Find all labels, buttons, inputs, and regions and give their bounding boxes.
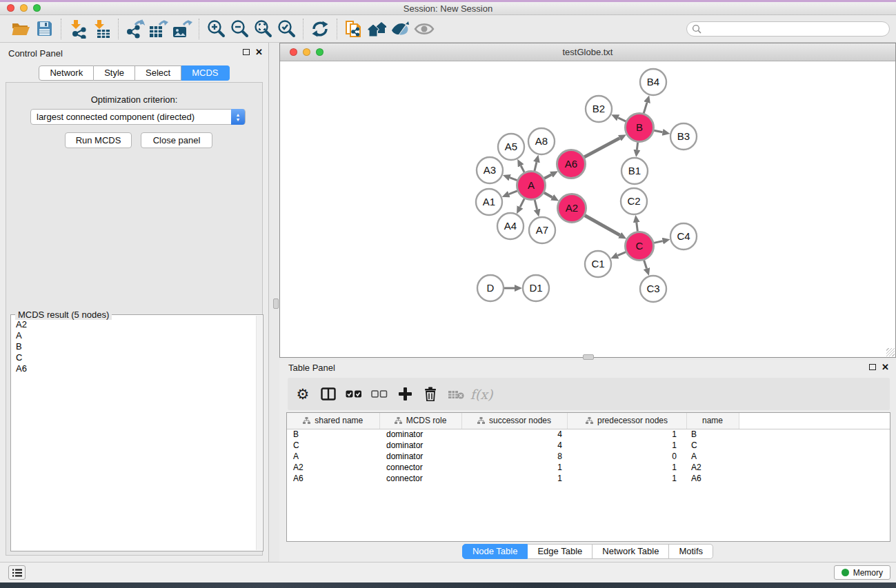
node-B3[interactable]: B3 bbox=[670, 123, 697, 150]
edge-B-B1[interactable] bbox=[637, 142, 637, 150]
result-item[interactable]: A2 bbox=[12, 319, 256, 330]
edge-B-B2[interactable] bbox=[618, 118, 626, 121]
cell[interactable]: B bbox=[287, 429, 379, 440]
node-C[interactable]: C bbox=[626, 232, 654, 261]
float-panel-icon[interactable] bbox=[243, 49, 250, 55]
close-panel-button[interactable]: Close panel bbox=[141, 132, 212, 148]
node-A5[interactable]: A5 bbox=[498, 134, 524, 160]
deselect-all-button[interactable] bbox=[368, 383, 390, 405]
horizontal-splitter-handle[interactable] bbox=[583, 354, 594, 360]
cell[interactable]: A6 bbox=[287, 473, 379, 484]
column-header-MCDS-role[interactable]: MCDS role bbox=[379, 413, 461, 429]
result-item[interactable]: A bbox=[12, 330, 256, 341]
cell[interactable]: 1 bbox=[567, 429, 686, 440]
edge-A-A1[interactable] bbox=[509, 191, 517, 194]
node-B1[interactable]: B1 bbox=[621, 158, 648, 184]
float-panel-icon[interactable] bbox=[869, 364, 876, 370]
edge-A-A7[interactable] bbox=[535, 200, 537, 210]
node-A2[interactable]: A2 bbox=[558, 194, 586, 223]
node-D1[interactable]: D1 bbox=[523, 275, 549, 301]
node-D[interactable]: D bbox=[477, 275, 504, 301]
network-window-titlebar[interactable]: testGlobe.txt bbox=[280, 43, 895, 61]
refresh-layout-button[interactable] bbox=[308, 17, 332, 41]
result-item[interactable]: A6 bbox=[12, 363, 256, 374]
cell[interactable]: 1 bbox=[567, 440, 686, 451]
table-row[interactable]: A2connector11A2 bbox=[287, 462, 890, 473]
select-all-button[interactable] bbox=[343, 383, 365, 405]
column-header-shared-name[interactable]: shared name bbox=[287, 413, 379, 429]
cell[interactable]: A2 bbox=[287, 462, 379, 473]
node-C1[interactable]: C1 bbox=[585, 251, 611, 277]
delete-column-button[interactable] bbox=[419, 383, 441, 405]
edge-C-C4[interactable] bbox=[654, 241, 663, 243]
list-scrollbar[interactable] bbox=[256, 316, 262, 550]
zoom-out-button[interactable] bbox=[228, 17, 251, 41]
export-network-button[interactable] bbox=[123, 17, 147, 41]
task-history-button[interactable] bbox=[8, 565, 26, 580]
tab-select[interactable]: Select bbox=[135, 65, 181, 81]
cell[interactable]: C bbox=[686, 440, 739, 451]
edge-A-A2[interactable] bbox=[544, 192, 552, 197]
node-C3[interactable]: C3 bbox=[640, 276, 666, 302]
add-column-button[interactable] bbox=[394, 383, 416, 405]
zoom-selected-button[interactable] bbox=[275, 17, 298, 41]
result-item[interactable]: B bbox=[12, 341, 256, 352]
split-panel-button[interactable] bbox=[317, 383, 339, 405]
column-header-predecessor-nodes[interactable]: predecessor nodes bbox=[567, 413, 686, 429]
edge-A-A3[interactable] bbox=[510, 178, 517, 181]
cell[interactable]: dominator bbox=[379, 440, 461, 451]
vertical-splitter-handle[interactable] bbox=[273, 298, 279, 309]
result-item[interactable]: C bbox=[12, 352, 256, 363]
node-B4[interactable]: B4 bbox=[640, 69, 666, 95]
node-A3[interactable]: A3 bbox=[477, 157, 503, 183]
node-B2[interactable]: B2 bbox=[586, 96, 612, 122]
cell[interactable]: A bbox=[287, 451, 379, 462]
run-mcds-button[interactable]: Run MCDS bbox=[65, 132, 132, 148]
show-graphics-details-button[interactable] bbox=[412, 17, 436, 41]
cell[interactable]: A bbox=[686, 451, 739, 462]
edge-A-A6[interactable] bbox=[544, 174, 551, 179]
edge-A-A5[interactable] bbox=[521, 166, 524, 172]
edge-A6-B[interactable] bbox=[584, 138, 619, 157]
cell[interactable]: connector bbox=[379, 462, 461, 473]
table-row[interactable]: A6connector11A6 bbox=[287, 473, 890, 484]
column-header-successor-nodes[interactable]: successor nodes bbox=[461, 413, 567, 429]
cell[interactable]: A6 bbox=[686, 473, 739, 484]
edge-C-C1[interactable] bbox=[617, 252, 626, 256]
tab-node-table[interactable]: Node Table bbox=[462, 544, 528, 559]
table-settings-button[interactable]: ⚙ bbox=[292, 383, 314, 405]
node-A6[interactable]: A6 bbox=[557, 150, 586, 179]
open-file-button[interactable] bbox=[9, 17, 32, 41]
cell[interactable]: connector bbox=[379, 473, 461, 484]
tab-edge-table[interactable]: Edge Table bbox=[528, 544, 593, 559]
edge-A-A4[interactable] bbox=[520, 199, 524, 207]
save-session-button[interactable] bbox=[32, 17, 56, 41]
cell[interactable]: 1 bbox=[461, 462, 567, 473]
column-header-name[interactable]: name bbox=[686, 413, 739, 429]
close-panel-icon[interactable]: ✕ bbox=[255, 48, 263, 56]
node-A4[interactable]: A4 bbox=[497, 213, 524, 239]
edge-C-C2[interactable] bbox=[637, 223, 638, 232]
node-table[interactable]: shared nameMCDS rolesuccessor nodesprede… bbox=[286, 412, 890, 542]
cell[interactable]: 8 bbox=[461, 451, 567, 462]
edge-B-B3[interactable] bbox=[654, 130, 663, 132]
zoom-fit-button[interactable] bbox=[251, 17, 275, 41]
cell[interactable]: 4 bbox=[461, 429, 567, 440]
table-row[interactable]: Cdominator41C bbox=[287, 440, 890, 451]
cell[interactable]: B bbox=[686, 429, 739, 440]
tab-motifs[interactable]: Motifs bbox=[669, 544, 713, 559]
node-A8[interactable]: A8 bbox=[528, 128, 555, 154]
cell[interactable]: 1 bbox=[567, 462, 686, 473]
node-C2[interactable]: C2 bbox=[621, 188, 647, 214]
memory-button[interactable]: Memory bbox=[834, 565, 890, 580]
window-resize-grip[interactable] bbox=[886, 348, 895, 356]
node-C4[interactable]: C4 bbox=[670, 223, 697, 250]
export-image-button[interactable] bbox=[170, 17, 194, 41]
cell[interactable]: A2 bbox=[686, 462, 739, 473]
close-panel-icon[interactable]: ✕ bbox=[882, 363, 889, 371]
home-views-button[interactable] bbox=[366, 17, 389, 41]
network-canvas[interactable]: B4B2BB3A8A5A6A3B1AC2A1A2A4A7C4CC1DD1C3 bbox=[280, 61, 895, 357]
cell[interactable]: 0 bbox=[567, 451, 686, 462]
hide-graphics-details-button[interactable] bbox=[389, 17, 412, 41]
edge-A2-C[interactable] bbox=[585, 216, 620, 236]
